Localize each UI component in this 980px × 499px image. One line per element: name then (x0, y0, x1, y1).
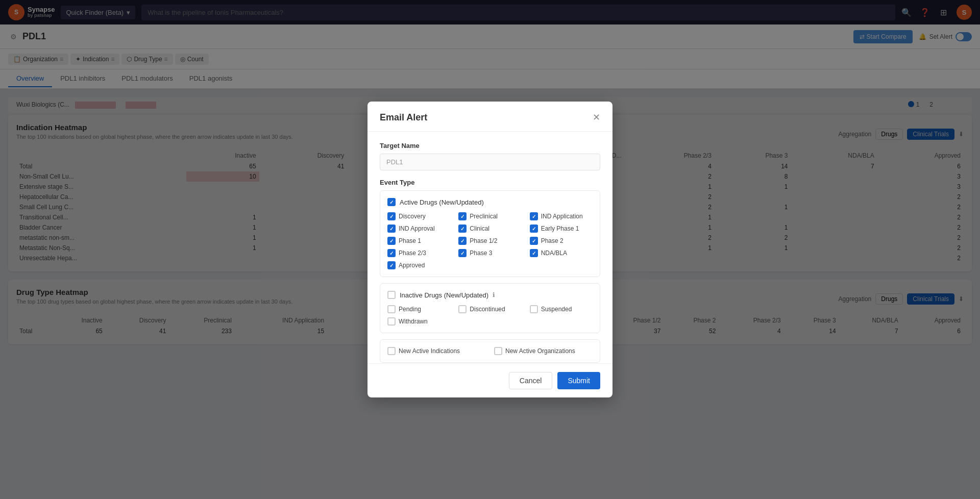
discovery-label: Discovery (399, 213, 426, 220)
ind-approval-checkbox[interactable]: ✓ (387, 224, 396, 233)
ind-approval-label: IND Approval (399, 225, 435, 232)
option-suspended: Suspended (530, 305, 593, 313)
approved-checkbox[interactable]: ✓ (387, 261, 396, 269)
early-phase1-checkbox[interactable]: ✓ (530, 224, 538, 233)
modal-close-button[interactable]: ✕ (593, 112, 600, 123)
early-phase1-label: Early Phase 1 (541, 225, 579, 232)
modal-overlay: Email Alert ✕ Target Name Event Type ✓ A… (0, 0, 980, 499)
option-new-organizations: New Active Organizations (494, 347, 593, 355)
discontinued-checkbox[interactable] (458, 305, 467, 313)
withdrawn-checkbox[interactable] (387, 317, 396, 326)
modal-body: Target Name Event Type ✓ Active Drugs (N… (368, 132, 612, 363)
active-drugs-section: ✓ Active Drugs (New/Updated) ✓ Discovery… (380, 190, 600, 277)
inactive-drugs-section: Inactive Drugs (New/Updated) ℹ Pending D… (380, 283, 600, 333)
info-icon[interactable]: ℹ (493, 291, 495, 298)
ind-application-label: IND Application (541, 213, 583, 220)
inactive-drugs-checkbox[interactable] (387, 291, 396, 299)
inactive-drugs-header: Inactive Drugs (New/Updated) ℹ (387, 291, 593, 299)
modal-header: Email Alert ✕ (368, 102, 612, 132)
suspended-checkbox[interactable] (530, 305, 538, 313)
option-early-phase1: ✓ Early Phase 1 (530, 224, 593, 233)
option-preclinical: ✓ Preclinical (458, 212, 521, 220)
option-phase12: ✓ Phase 1/2 (458, 237, 521, 245)
option-ind-application: ✓ IND Application (530, 212, 593, 220)
phase23-label: Phase 2/3 (399, 250, 426, 257)
active-drugs-options: ✓ Discovery ✓ Preclinical ✓ IND Applicat… (387, 212, 593, 269)
option-ind-approval: ✓ IND Approval (387, 224, 450, 233)
phase1-label: Phase 1 (399, 237, 421, 244)
new-indications-label: New Active Indications (399, 347, 460, 355)
phase2-label: Phase 2 (541, 237, 564, 244)
preclinical-checkbox[interactable]: ✓ (458, 212, 467, 220)
phase12-label: Phase 1/2 (470, 237, 497, 244)
option-new-indications: New Active Indications (387, 347, 486, 355)
ndabla-checkbox[interactable]: ✓ (530, 249, 538, 257)
phase12-checkbox[interactable]: ✓ (458, 237, 467, 245)
new-organizations-label: New Active Organizations (505, 347, 575, 355)
discontinued-label: Discontinued (470, 306, 505, 313)
option-discontinued: Discontinued (458, 305, 521, 313)
event-type-label: Event Type (380, 179, 600, 186)
active-drugs-label: Active Drugs (New/Updated) (400, 198, 484, 206)
target-name-label: Target Name (380, 142, 600, 149)
new-organizations-checkbox[interactable] (494, 347, 502, 355)
option-approved: ✓ Approved (387, 261, 450, 269)
option-clinical: ✓ Clinical (458, 224, 521, 233)
discovery-checkbox[interactable]: ✓ (387, 212, 396, 220)
modal-footer: Cancel Submit (368, 363, 612, 397)
pending-checkbox[interactable] (387, 305, 396, 313)
option-phase2: ✓ Phase 2 (530, 237, 593, 245)
option-withdrawn: Withdrawn (387, 317, 450, 326)
option-phase3: ✓ Phase 3 (458, 249, 521, 257)
new-indications-checkbox[interactable] (387, 347, 396, 355)
withdrawn-label: Withdrawn (399, 318, 428, 325)
active-drugs-header: ✓ Active Drugs (New/Updated) (387, 198, 593, 206)
email-alert-modal: Email Alert ✕ Target Name Event Type ✓ A… (368, 102, 612, 397)
inactive-drugs-options: Pending Discontinued Suspended Withdrawn (387, 305, 593, 326)
pending-label: Pending (399, 306, 421, 313)
option-ndabla: ✓ NDA/BLA (530, 249, 593, 257)
phase23-checkbox[interactable]: ✓ (387, 249, 396, 257)
preclinical-label: Preclinical (470, 213, 498, 220)
ind-application-checkbox[interactable]: ✓ (530, 212, 538, 220)
target-name-input[interactable] (380, 154, 600, 170)
clinical-checkbox[interactable]: ✓ (458, 224, 467, 233)
phase3-checkbox[interactable]: ✓ (458, 249, 467, 257)
inactive-drugs-label: Inactive Drugs (New/Updated) (400, 291, 488, 299)
option-discovery: ✓ Discovery (387, 212, 450, 220)
modal-title: Email Alert (380, 112, 427, 123)
new-active-section: New Active Indications New Active Organi… (380, 339, 600, 363)
phase2-checkbox[interactable]: ✓ (530, 237, 538, 245)
ndabla-label: NDA/BLA (541, 250, 567, 257)
option-phase1: ✓ Phase 1 (387, 237, 450, 245)
phase1-checkbox[interactable]: ✓ (387, 237, 396, 245)
option-pending: Pending (387, 305, 450, 313)
submit-button[interactable]: Submit (557, 372, 600, 389)
check-icon: ✓ (389, 199, 394, 205)
suspended-label: Suspended (541, 306, 572, 313)
clinical-label: Clinical (470, 225, 489, 232)
new-active-options: New Active Indications New Active Organi… (387, 347, 593, 355)
cancel-button[interactable]: Cancel (509, 372, 553, 389)
approved-label: Approved (399, 262, 425, 269)
phase3-label: Phase 3 (470, 250, 492, 257)
active-drugs-checkbox[interactable]: ✓ (387, 198, 396, 206)
option-phase23: ✓ Phase 2/3 (387, 249, 450, 257)
